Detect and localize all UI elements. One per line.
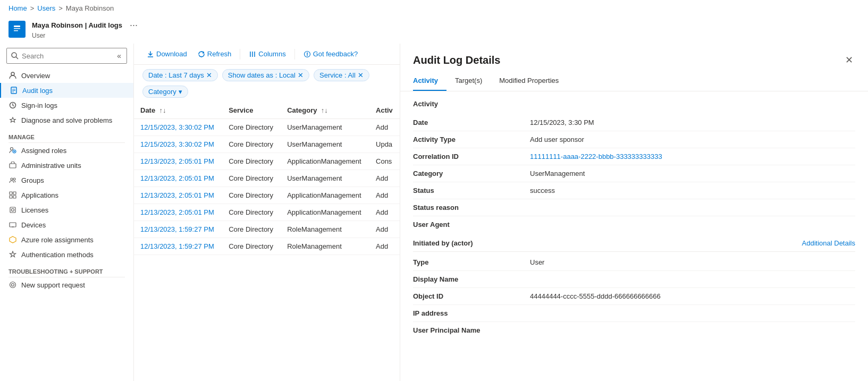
table-row[interactable]: 12/13/2023, 1:59:27 PM Core Directory Ro… xyxy=(134,221,400,238)
sidebar-item-azure-roles[interactable]: Azure role assignments xyxy=(0,232,133,247)
table-row[interactable]: 12/13/2023, 1:59:27 PM Core Directory Ro… xyxy=(134,238,400,255)
table-row[interactable]: 12/15/2023, 3:30:02 PM Core Directory Us… xyxy=(134,119,400,136)
cell-date[interactable]: 12/15/2023, 3:30:02 PM xyxy=(134,119,222,136)
page-icon xyxy=(9,21,26,38)
col-date[interactable]: Date ↑↓ xyxy=(134,102,222,119)
cell-date[interactable]: 12/13/2023, 2:05:01 PM xyxy=(134,187,222,204)
sidebar-item-groups[interactable]: Groups xyxy=(0,173,133,188)
download-button[interactable]: Download xyxy=(142,48,191,60)
more-options-button[interactable]: ··· xyxy=(127,19,141,32)
main-row: « Overview Audit logs Sign-in logs xyxy=(0,44,868,381)
tab-targets[interactable]: Target(s) xyxy=(455,72,491,91)
table-row[interactable]: 12/15/2023, 3:30:02 PM Core Directory Us… xyxy=(134,136,400,153)
chip-close-icon: ✕ xyxy=(358,71,364,79)
sidebar-item-assigned-roles[interactable]: Assigned roles xyxy=(0,143,133,158)
search-box[interactable]: « xyxy=(6,48,127,64)
detail-field-value: success xyxy=(530,187,855,194)
sidebar-search: « xyxy=(0,44,133,68)
cell-date[interactable]: 12/13/2023, 1:59:27 PM xyxy=(134,238,222,255)
sidebar-item-label: Assigned roles xyxy=(21,147,66,155)
sidebar-item-admin-units[interactable]: Administrative units xyxy=(0,158,133,173)
sidebar-item-new-support[interactable]: New support request xyxy=(0,277,133,292)
col-activity[interactable]: Activ xyxy=(369,102,400,119)
service-filter-chip[interactable]: Service : All ✕ xyxy=(314,69,369,81)
feedback-icon xyxy=(304,50,311,58)
col-category[interactable]: Category ↑↓ xyxy=(281,102,369,119)
cell-activity: Add xyxy=(369,119,400,136)
chip-close-icon: ✕ xyxy=(206,71,212,79)
table-section: Download Refresh Columns Got feedback xyxy=(134,44,400,381)
col-service[interactable]: Service xyxy=(222,102,281,119)
troubleshooting-section-label: Troubleshooting + Support xyxy=(0,262,133,277)
sidebar-item-auth-methods[interactable]: Authentication methods xyxy=(0,247,133,262)
close-detail-button[interactable]: ✕ xyxy=(843,52,855,68)
svg-point-3 xyxy=(12,53,16,57)
refresh-icon xyxy=(198,50,205,58)
header-title-row: Maya Robinson | Audit logs ··· xyxy=(32,19,141,32)
toolbar-separator xyxy=(294,49,295,60)
category-filter-chip[interactable]: Category ▾ xyxy=(142,86,188,98)
actor-field-label: IP address xyxy=(413,309,530,317)
sidebar-item-applications[interactable]: Applications xyxy=(0,188,133,202)
breadcrumb-users[interactable]: Users xyxy=(37,4,55,12)
admin-units-icon xyxy=(9,161,17,170)
svg-line-4 xyxy=(16,57,18,59)
sidebar-item-label: Audit logs xyxy=(22,87,53,95)
tab-activity[interactable]: Activity xyxy=(413,72,446,91)
cell-date[interactable]: 12/13/2023, 1:59:27 PM xyxy=(134,221,222,238)
feedback-button[interactable]: Got feedback? xyxy=(299,48,363,60)
sidebar-item-label: Sign-in logs xyxy=(21,101,57,109)
table-row[interactable]: 12/13/2023, 2:05:01 PM Core Directory Us… xyxy=(134,170,400,187)
sidebar-item-devices[interactable]: Devices xyxy=(0,217,133,232)
data-table: Date ↑↓ Service Category ↑↓ xyxy=(134,102,400,381)
detail-field-label: User Agent xyxy=(413,221,530,228)
actor-section-label: Initiated by (actor) xyxy=(413,239,473,247)
audit-log-table: Date ↑↓ Service Category ↑↓ xyxy=(134,102,400,255)
auth-methods-icon xyxy=(9,250,17,259)
collapse-sidebar-button[interactable]: « xyxy=(116,50,122,61)
actor-field-value: 44444444-cccc-5555-dddd-666666666666 xyxy=(530,292,855,300)
cell-category: RoleManagement xyxy=(281,221,369,238)
detail-field-row: User Agent xyxy=(413,216,855,233)
chip-chevron-icon: ▾ xyxy=(179,88,182,96)
sidebar-item-label: Diagnose and solve problems xyxy=(21,116,112,124)
sidebar-item-licenses[interactable]: Licenses xyxy=(0,202,133,217)
search-icon xyxy=(11,52,19,60)
cell-activity: Add xyxy=(369,238,400,255)
sidebar-item-label: Devices xyxy=(21,221,46,229)
header-subtitle: User xyxy=(32,32,141,39)
actor-field-value: User xyxy=(530,258,855,266)
additional-details-link[interactable]: Additional Details xyxy=(802,239,855,247)
refresh-button[interactable]: Refresh xyxy=(193,48,236,60)
cell-date[interactable]: 12/13/2023, 2:05:01 PM xyxy=(134,204,222,221)
sidebar: « Overview Audit logs Sign-in logs xyxy=(0,44,134,381)
sidebar-item-overview[interactable]: Overview xyxy=(0,68,133,83)
svg-rect-20 xyxy=(10,196,12,198)
columns-button[interactable]: Columns xyxy=(245,48,290,60)
cell-date[interactable]: 12/13/2023, 2:05:01 PM xyxy=(134,170,222,187)
date-filter-chip[interactable]: Date : Last 7 days ✕ xyxy=(142,69,218,81)
tab-modified-properties[interactable]: Modified Properties xyxy=(499,72,567,91)
breadcrumb-current: Maya Robinson xyxy=(66,4,114,12)
cell-date[interactable]: 12/13/2023, 2:05:01 PM xyxy=(134,153,222,170)
table-row[interactable]: 12/13/2023, 2:05:01 PM Core Directory Ap… xyxy=(134,187,400,204)
cell-category: ApplicationManagement xyxy=(281,153,369,170)
detail-field-label: Date xyxy=(413,118,530,126)
dates-as-filter-chip[interactable]: Show dates as : Local ✕ xyxy=(222,69,309,81)
sidebar-item-diagnose[interactable]: Diagnose and solve problems xyxy=(0,113,133,128)
cell-date[interactable]: 12/15/2023, 3:30:02 PM xyxy=(134,136,222,153)
diagnose-icon xyxy=(9,116,17,124)
table-row[interactable]: 12/13/2023, 2:05:01 PM Core Directory Ap… xyxy=(134,204,400,221)
detail-field-label: Status reason xyxy=(413,204,530,211)
actor-field-row: IP address xyxy=(413,305,855,322)
sidebar-item-audit-logs[interactable]: Audit logs xyxy=(0,83,133,98)
detail-panel: Audit Log Details ✕ Activity Target(s) M… xyxy=(400,44,868,381)
table-row[interactable]: 12/13/2023, 2:05:01 PM Core Directory Ap… xyxy=(134,153,400,170)
detail-field-label: Activity Type xyxy=(413,136,530,143)
svg-point-27 xyxy=(10,282,16,288)
breadcrumb-home[interactable]: Home xyxy=(9,4,27,12)
svg-point-11 xyxy=(11,148,13,150)
sidebar-item-sign-in-logs[interactable]: Sign-in logs xyxy=(0,98,133,113)
search-input[interactable] xyxy=(22,52,113,60)
cell-category: ApplicationManagement xyxy=(281,187,369,204)
